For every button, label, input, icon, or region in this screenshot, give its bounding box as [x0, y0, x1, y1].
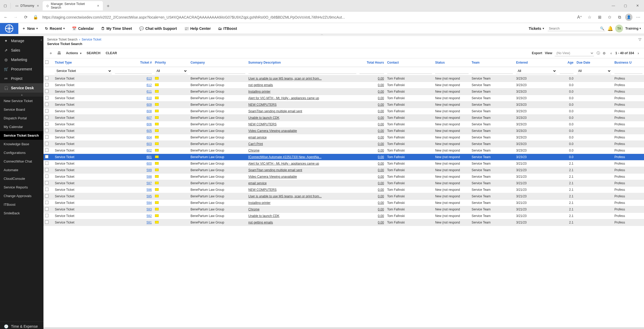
table-row[interactable]: Service Ticket591BenePartum Law Groupnot… [43, 219, 644, 226]
row-checkbox[interactable] [45, 214, 48, 217]
filter-hours[interactable] [359, 68, 384, 74]
browser-tab[interactable]: ◇Manage: Service Ticket Search× [43, 1, 103, 10]
filter-contact[interactable] [387, 68, 432, 74]
nav-help[interactable]: 📰Help Center [181, 23, 215, 34]
ticket-number-link[interactable]: 608 [147, 109, 152, 113]
ticket-number-link[interactable]: 592 [147, 214, 152, 218]
table-row[interactable]: Service Ticket606BenePartum Law GroupNEW… [43, 121, 644, 128]
filter-age[interactable] [560, 68, 574, 74]
table-row[interactable]: Service Ticket613BenePartum Law GroupUse… [43, 75, 644, 82]
hours-link[interactable]: 0.00 [378, 155, 384, 159]
ticket-number-link[interactable]: 607 [147, 116, 152, 120]
print-button[interactable]: 🖶 [55, 49, 63, 57]
nav-calendar[interactable]: 📅Calendar [68, 23, 97, 34]
profile-avatar[interactable]: 👤 [625, 14, 632, 21]
ticket-number-link[interactable]: 605 [147, 129, 152, 133]
nav-sub-item[interactable]: Automate [0, 166, 43, 174]
summary-link[interactable]: not getting emails [248, 83, 273, 87]
summary-link[interactable]: SpamTitan sending multiple email sent [248, 168, 302, 172]
summary-link[interactable]: Video Camera Viewing unavailable [248, 175, 297, 179]
summary-link[interactable]: Chrome [248, 149, 260, 152]
nav-reload-button[interactable]: ⟳ [21, 13, 30, 21]
row-checkbox[interactable] [45, 207, 48, 211]
filter-ticket-num[interactable] [115, 68, 152, 74]
collapse-nav-icon[interactable]: ‹ [41, 38, 42, 42]
col-business-unit[interactable]: Business U [613, 58, 644, 67]
help-icon[interactable]: ⓘ [597, 51, 600, 55]
ticket-number-link[interactable]: 591 [147, 221, 152, 224]
row-checkbox[interactable] [45, 188, 48, 191]
ticket-number-link[interactable]: 603 [147, 142, 152, 146]
site-info-icon[interactable]: 🔒 [31, 13, 40, 21]
actions-dropdown[interactable]: Actions [63, 51, 84, 55]
hours-link[interactable]: 0.00 [378, 142, 384, 146]
horizontal-scrollbar[interactable]: ◂▸ [43, 327, 644, 329]
nav-item[interactable]: ≔Project [0, 74, 43, 83]
table-row[interactable]: Service Ticket597BenePartum Law Groupema… [43, 180, 644, 187]
breadcrumb-root[interactable]: Service Ticket Search [47, 38, 77, 41]
user-avatar[interactable]: TA [615, 25, 623, 32]
nav-sub-item[interactable]: My Calendar [0, 122, 43, 131]
table-row[interactable]: Service Ticket612BenePartum Law Groupnot… [43, 82, 644, 88]
breadcrumb-current[interactable]: Service Ticket [82, 38, 101, 41]
hours-link[interactable]: 0.00 [378, 214, 384, 218]
summary-link[interactable]: SpamTitan sending multiple email sent [248, 109, 302, 113]
ticket-number-link[interactable]: 599 [147, 168, 152, 172]
nav-sub-item[interactable]: ITBoost [0, 200, 43, 209]
search-button[interactable]: SEARCH [84, 51, 103, 55]
nav-item[interactable]: ⇗Sales [0, 46, 43, 55]
row-checkbox[interactable] [45, 148, 48, 152]
col-summary[interactable]: Summary Description [247, 58, 358, 67]
filter-status[interactable] [435, 68, 468, 74]
row-checkbox[interactable] [45, 129, 48, 132]
nav-sub-item[interactable]: Service Reports [0, 183, 43, 192]
row-checkbox[interactable] [45, 175, 48, 178]
summary-link[interactable]: [ConnectWise Automate #2251733] New- Age… [248, 155, 322, 159]
row-checkbox[interactable] [45, 135, 48, 139]
col-total-hours[interactable]: Total Hours [358, 58, 385, 67]
hours-link[interactable]: 0.00 [378, 83, 384, 87]
summary-link[interactable]: Unable to launch CDK [248, 116, 280, 120]
hours-link[interactable]: 0.00 [378, 136, 384, 139]
table-row[interactable]: Service Ticket604BenePartum Law Groupema… [43, 134, 644, 141]
row-checkbox[interactable] [45, 90, 48, 93]
row-checkbox[interactable] [45, 181, 48, 185]
hours-link[interactable]: 0.00 [378, 208, 384, 211]
nav-back-button[interactable]: ← [2, 13, 10, 21]
nav-scroll-up-icon[interactable]: ▴ [0, 93, 43, 97]
table-row[interactable]: Service Ticket594BenePartum Law GroupIns… [43, 200, 644, 206]
col-age[interactable]: Age [558, 58, 575, 67]
row-checkbox[interactable] [45, 116, 48, 119]
col-status[interactable]: Status [434, 58, 470, 67]
filter-biz[interactable] [614, 68, 642, 74]
filter-ticket-type[interactable]: Service Ticket [55, 68, 112, 74]
hours-link[interactable]: 0.00 [378, 96, 384, 100]
user-menu[interactable]: Training▾ [625, 26, 641, 30]
global-search[interactable]: 🔍 [548, 26, 605, 31]
ticket-number-link[interactable]: 601 [147, 155, 152, 159]
nav-sub-item[interactable]: Configurations [0, 148, 43, 157]
table-row[interactable]: Service Ticket592BenePartum Law GroupUna… [43, 213, 644, 219]
col-priority[interactable]: Priority [153, 58, 189, 67]
col-entered[interactable]: Entered [514, 58, 558, 67]
window-close-button[interactable]: ✕ [632, 2, 643, 10]
browser-menu-icon[interactable]: ⋯ [634, 13, 642, 21]
summary-link[interactable]: not getting emails [248, 221, 273, 224]
url-input[interactable] [41, 14, 574, 21]
tab-actions-icon[interactable]: ▢ [1, 2, 9, 10]
col-team[interactable]: Team [470, 58, 515, 67]
nav-sub-item[interactable]: Service Board [0, 105, 43, 114]
summary-link[interactable]: NEW COMPUTERS [248, 188, 277, 192]
table-row[interactable]: Service Ticket605BenePartum Law GroupVid… [43, 128, 644, 134]
ticket-number-link[interactable]: 606 [147, 122, 152, 126]
table-row[interactable]: Service Ticket610BenePartum Law GroupAle… [43, 95, 644, 102]
filter-company[interactable] [191, 68, 245, 74]
table-row[interactable]: Service Ticket593BenePartum Law GroupChr… [43, 206, 644, 213]
filter-priority[interactable]: All [155, 68, 187, 74]
hours-link[interactable]: 0.00 [378, 109, 384, 113]
table-row[interactable]: Service Ticket601BenePartum Law Group[Co… [43, 154, 644, 160]
clear-button[interactable]: CLEAR [103, 51, 120, 55]
hours-link[interactable]: 0.00 [378, 168, 384, 172]
summary-link[interactable]: NEW COMPUTERS [248, 122, 277, 126]
row-checkbox[interactable] [45, 76, 48, 80]
